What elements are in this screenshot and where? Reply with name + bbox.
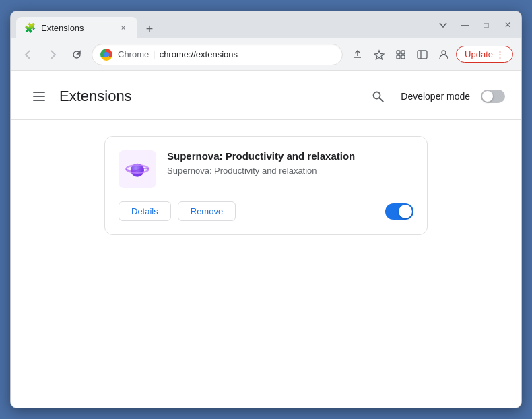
update-label: Update (465, 49, 493, 59)
extension-toggle-wrap (385, 203, 413, 220)
svg-rect-4 (401, 55, 405, 59)
forward-button[interactable] (43, 45, 62, 64)
address-divider: | (153, 49, 155, 59)
tab-favicon: 🧩 (24, 22, 36, 33)
svg-point-7 (442, 51, 446, 55)
maximize-button[interactable]: □ (478, 17, 494, 33)
reload-button[interactable] (67, 45, 86, 64)
page-content: Extensions Developer mode risk.com (11, 71, 521, 408)
developer-mode-toggle[interactable] (481, 90, 505, 103)
toolbar: Chrome | chrome://extensions Update (11, 38, 521, 71)
tab-strip: 🧩 Extensions × + (16, 11, 431, 38)
extension-enabled-toggle[interactable] (385, 203, 413, 220)
developer-mode-label: Developer mode (401, 91, 470, 102)
header-right: Developer mode (366, 84, 505, 108)
extension-description: Supernova: Productivity and relaxation (167, 166, 413, 176)
toolbar-icons: Update ⋮ (348, 45, 513, 64)
back-button[interactable] (19, 45, 38, 64)
address-text: Chrome | chrome://extensions (118, 49, 238, 59)
minimize-button[interactable]: — (457, 17, 473, 33)
remove-button[interactable]: Remove (178, 201, 236, 221)
extensions-puzzle-icon[interactable] (391, 45, 410, 64)
hamburger-menu-button[interactable] (27, 84, 51, 108)
card-bottom: Details Remove (119, 201, 413, 221)
window-controls: — □ ✕ (435, 17, 516, 33)
profile-icon[interactable] (434, 45, 453, 64)
svg-rect-2 (401, 51, 405, 54)
chrome-logo-icon (100, 49, 112, 61)
chrome-label: Chrome (118, 49, 149, 59)
extensions-list: risk.com (11, 120, 521, 251)
hamburger-line-2 (33, 96, 45, 97)
active-tab[interactable]: 🧩 Extensions × (16, 17, 137, 38)
close-button[interactable]: ✕ (500, 17, 516, 33)
extension-info: Supernova: Productivity and relaxation S… (167, 150, 413, 176)
planet-icon (124, 156, 151, 183)
details-button[interactable]: Details (119, 201, 171, 221)
address-bar[interactable]: Chrome | chrome://extensions (92, 44, 343, 65)
chevron-down-icon[interactable] (435, 17, 451, 33)
extensions-header: Extensions Developer mode (11, 71, 521, 120)
hamburger-icon (33, 92, 45, 101)
toggle-thumb (482, 91, 493, 102)
update-button[interactable]: Update ⋮ (456, 46, 513, 63)
more-icon: ⋮ (496, 49, 504, 59)
search-button[interactable] (366, 84, 390, 108)
hamburger-line-1 (33, 92, 45, 93)
title-bar: 🧩 Extensions × + — □ ✕ (11, 11, 521, 38)
tab-title: Extensions (41, 23, 112, 33)
sidebar-icon[interactable] (413, 45, 432, 64)
hamburger-line-3 (33, 100, 45, 101)
svg-marker-0 (374, 51, 384, 59)
extension-name: Supernova: Productivity and relaxation (167, 150, 413, 162)
svg-rect-5 (418, 51, 427, 59)
bookmark-icon[interactable] (370, 45, 389, 64)
new-tab-button[interactable]: + (140, 20, 159, 38)
extension-card: Supernova: Productivity and relaxation S… (104, 136, 428, 235)
card-top: Supernova: Productivity and relaxation S… (119, 150, 413, 188)
url-path: chrome://extensions (160, 49, 238, 59)
extension-icon (119, 150, 156, 188)
share-icon[interactable] (348, 45, 367, 64)
svg-rect-1 (397, 51, 400, 54)
extension-toggle-thumb (399, 205, 412, 218)
page-title: Extensions (59, 88, 366, 105)
browser-window: 🧩 Extensions × + — □ ✕ (10, 11, 522, 408)
tab-close-button[interactable]: × (117, 22, 129, 34)
svg-rect-3 (397, 55, 400, 59)
svg-line-9 (380, 98, 384, 102)
